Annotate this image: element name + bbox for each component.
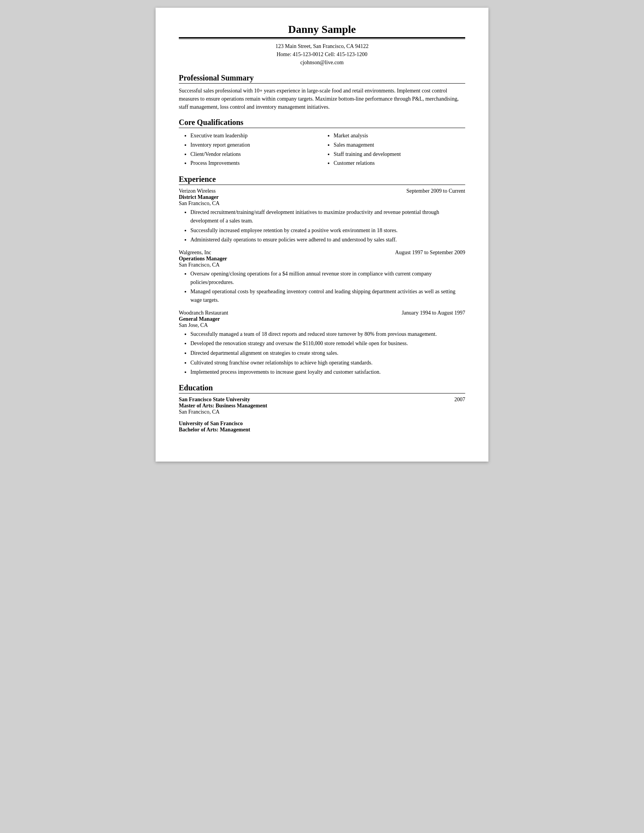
experience-bullet: Oversaw opening/closing operations for a…	[190, 270, 465, 286]
job-location: San Jose, CA	[179, 322, 465, 328]
degree: Bachelor of Arts: Management	[179, 427, 465, 433]
education-section: Education San Francisco State University…	[179, 383, 465, 433]
professional-summary-body: Successful sales professional with 10+ y…	[179, 87, 465, 111]
experience-bullet: Administered daily operations to ensure …	[190, 236, 465, 244]
header-phone: Home: 415-123-0012 Cell: 415-123-1200	[179, 50, 465, 58]
company-name: Walgreens, Inc	[179, 250, 211, 256]
date-range: September 2009 to Current	[406, 188, 465, 194]
experience-entry: Woodranch RestaurantJanuary 1994 to Augu…	[179, 310, 465, 376]
experience-bullet: Developed the renovation strategy and ov…	[190, 339, 465, 348]
qualifications-list: Executive team leadershipInventory repor…	[179, 131, 465, 168]
qualification-item: Client/Vendor relations	[190, 150, 322, 159]
education-entry-header: San Francisco State University2007	[179, 397, 465, 403]
resume-page: Danny Sample 123 Main Street, San Franci…	[156, 8, 488, 462]
job-location: San Francisco, CA	[179, 262, 465, 268]
qualification-item: Market analysis	[334, 131, 465, 140]
school-name: San Francisco State University	[179, 397, 250, 403]
core-qualifications-title: Core Qualifications	[179, 118, 465, 128]
qualification-item: Sales management	[334, 140, 465, 150]
experience-bullets: Successfully managed a team of 18 direct…	[190, 330, 465, 376]
experience-bullet: Cultivated strong franchise owner relati…	[190, 359, 465, 367]
experience-bullet: Successfully managed a team of 18 direct…	[190, 330, 465, 339]
date-range: August 1997 to September 2009	[395, 250, 465, 256]
experience-entry-header: Woodranch RestaurantJanuary 1994 to Augu…	[179, 310, 465, 316]
experience-bullets: Oversaw opening/closing operations for a…	[190, 270, 465, 304]
qualification-item: Executive team leadership	[190, 131, 322, 140]
qualification-item: Staff training and development	[334, 150, 465, 159]
education-entries: San Francisco State University2007Master…	[179, 397, 465, 433]
job-title: Operations Manager	[179, 256, 465, 262]
edu-location: San Francisco, CA	[179, 409, 465, 415]
degree: Master of Arts: Business Management	[179, 403, 465, 409]
experience-bullet: Successfully increased employee retentio…	[190, 226, 465, 235]
header-rule-top	[179, 37, 465, 38]
experience-section: Experience Verizon WirelessSeptember 200…	[179, 175, 465, 376]
qualifications-left: Executive team leadershipInventory repor…	[190, 131, 322, 168]
qualification-item: Inventory report generation	[190, 140, 322, 150]
experience-entries: Verizon WirelessSeptember 2009 to Curren…	[179, 188, 465, 376]
experience-title: Experience	[179, 175, 465, 185]
qualification-item: Customer relations	[334, 159, 465, 168]
education-entry: University of San FranciscoBachelor of A…	[179, 421, 465, 433]
experience-entry-header: Walgreens, IncAugust 1997 to September 2…	[179, 250, 465, 256]
experience-bullet: Managed operational costs by spearheadin…	[190, 287, 465, 304]
job-title: District Manager	[179, 194, 465, 200]
header-email: cjohnson@live.com	[179, 58, 465, 67]
experience-entry: Walgreens, IncAugust 1997 to September 2…	[179, 250, 465, 304]
education-title: Education	[179, 383, 465, 393]
professional-summary-title: Professional Summary	[179, 74, 465, 84]
experience-bullet: Directed departmental alignment on strat…	[190, 349, 465, 357]
qualifications-right: Market analysisSales managementStaff tra…	[334, 131, 465, 168]
qualification-item: Process Improvements	[190, 159, 322, 168]
company-name: Verizon Wireless	[179, 188, 216, 194]
core-qualifications-section: Core Qualifications Executive team leade…	[179, 118, 465, 168]
date-range: January 1994 to August 1997	[402, 310, 465, 316]
experience-bullets: Directed recruitment/training/staff deve…	[190, 208, 465, 244]
experience-bullet: Implemented process improvements to incr…	[190, 368, 465, 376]
resume-header: Danny Sample 123 Main Street, San Franci…	[179, 23, 465, 67]
job-location: San Francisco, CA	[179, 200, 465, 207]
company-name: Woodranch Restaurant	[179, 310, 228, 316]
education-entry: San Francisco State University2007Master…	[179, 397, 465, 415]
candidate-name: Danny Sample	[179, 23, 465, 36]
header-rule-bottom	[179, 39, 465, 39]
job-title: General Manager	[179, 316, 465, 322]
experience-entry-header: Verizon WirelessSeptember 2009 to Curren…	[179, 188, 465, 194]
graduation-year: 2007	[454, 397, 465, 403]
school-name: University of San Francisco	[179, 421, 243, 427]
header-contact: 123 Main Street, San Francisco, CA 94122…	[179, 42, 465, 67]
experience-entry: Verizon WirelessSeptember 2009 to Curren…	[179, 188, 465, 244]
education-entry-header: University of San Francisco	[179, 421, 465, 427]
professional-summary-section: Professional Summary Successful sales pr…	[179, 74, 465, 111]
header-address: 123 Main Street, San Francisco, CA 94122	[179, 42, 465, 50]
experience-bullet: Directed recruitment/training/staff deve…	[190, 208, 465, 225]
